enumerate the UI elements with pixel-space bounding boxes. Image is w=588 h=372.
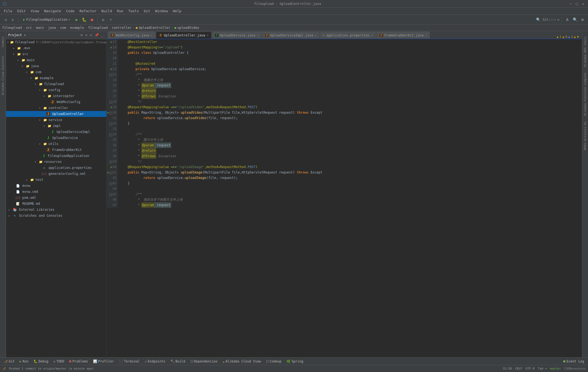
- tree-item-mvn[interactable]: ▸ 📁 .mvn: [6, 45, 106, 51]
- maximize-btn[interactable]: □: [576, 2, 578, 6]
- tab-close-btn[interactable]: ✕: [315, 34, 317, 37]
- tree-item-webmvcconfig[interactable]: J WebMvcConfig: [6, 99, 106, 105]
- menu-navigate[interactable]: Navigate: [42, 8, 63, 14]
- tab-close-btn[interactable]: ✕: [207, 34, 209, 37]
- charset[interactable]: UTF-8: [526, 367, 535, 370]
- tree-item-app-props[interactable]: ⚙ application.properties: [6, 165, 106, 171]
- toolbar-back[interactable]: ◁: [2, 16, 9, 23]
- toolbar-run-btn[interactable]: ▶: [74, 16, 80, 23]
- close-btn[interactable]: ✕: [582, 2, 584, 6]
- tree-item-mvnw-cmd[interactable]: 📄 mvnw.cmd: [6, 189, 106, 195]
- menu-run[interactable]: Run: [115, 8, 125, 14]
- btn-build[interactable]: 🔨 Build: [168, 359, 188, 364]
- tree-item-impl[interactable]: ▾ 📁 impl: [6, 123, 106, 129]
- menu-view[interactable]: View: [29, 8, 41, 14]
- bc-upload-video[interactable]: uploadVideo: [177, 26, 199, 30]
- fold-28[interactable]: −: [109, 100, 112, 104]
- toolbar-debug-btn[interactable]: 🐛: [81, 16, 88, 23]
- menu-help[interactable]: Help: [171, 8, 183, 14]
- tree-item-scratches[interactable]: ▸ ✎ Scratches and Consoles: [6, 213, 106, 219]
- fold-45[interactable]: −: [109, 192, 112, 196]
- tab-uploadservice[interactable]: J UploadService.java ✕: [212, 32, 262, 39]
- btn-problems[interactable]: Problems: [67, 359, 90, 364]
- nav-up-btn[interactable]: ▲: [574, 35, 576, 39]
- tree-item-config[interactable]: ▾ 📁 config: [6, 87, 106, 93]
- cursor-position[interactable]: 31:38: [503, 367, 512, 370]
- menu-refactor[interactable]: Refactor: [77, 8, 99, 14]
- tree-item-mvnw[interactable]: 📄 mvnw: [6, 183, 106, 189]
- tree-item-java[interactable]: ▾ 📁 java: [6, 63, 106, 69]
- tree-item-frame-grabber[interactable]: J FrameGrabberKit: [6, 147, 106, 153]
- btn-debug[interactable]: 🐛 Debug: [31, 359, 51, 364]
- toolbar-find[interactable]: 🔍: [572, 16, 578, 23]
- btn-spring[interactable]: 🌿 Spring: [284, 359, 305, 364]
- menu-git[interactable]: Git: [142, 8, 152, 14]
- menu-window[interactable]: Window: [153, 8, 170, 14]
- btn-git[interactable]: ⎇ Git: [2, 359, 17, 364]
- fold-32[interactable]: −: [109, 122, 112, 125]
- btn-run[interactable]: ▶ Run: [17, 359, 31, 364]
- menu-build[interactable]: Build: [99, 8, 114, 14]
- tree-item-pom[interactable]: ⟨/⟩ pom.xml: [6, 195, 106, 201]
- nav-down-btn[interactable]: ▼: [577, 35, 579, 39]
- tree-item-test[interactable]: ▸ 📁 test: [6, 177, 106, 183]
- btn-event-log[interactable]: Event Log: [561, 359, 586, 364]
- tree-item-interceptor[interactable]: ▾ 📁 interceptor: [6, 93, 106, 99]
- tree-item-controller[interactable]: ▾ 📁 controller: [6, 105, 106, 111]
- code-editor[interactable]: ⊕ 17 ⊕ 18 19 20 21: [107, 39, 582, 357]
- fold-30[interactable]: −: [109, 111, 112, 114]
- toolbar-stop-btn[interactable]: ■: [89, 16, 95, 23]
- toolbar-run-config[interactable]: ▶ FileuploadApplication ▾: [21, 16, 72, 23]
- git-branch[interactable]: master: [550, 367, 561, 370]
- tree-item-example[interactable]: ▾ 📁 example: [6, 75, 106, 81]
- toolbar-forward[interactable]: ▷: [10, 16, 16, 23]
- tab-app-props[interactable]: ⚙ application.properties ✕: [320, 32, 376, 39]
- bc-com[interactable]: com: [60, 26, 66, 30]
- tab-close-btn[interactable]: ✕: [371, 34, 373, 37]
- tree-item-upload-service[interactable]: J UploadService: [6, 135, 106, 141]
- toolbar-update[interactable]: ↻: [100, 16, 106, 23]
- bc-fileupload2[interactable]: fileupload: [88, 26, 108, 30]
- tab-framegrabberkit[interactable]: J FrameGrabberKit.java ✕: [376, 32, 430, 39]
- tree-item-fileupload-app[interactable]: J FileuploadApplication: [6, 153, 106, 159]
- minimize-btn[interactable]: ─: [570, 2, 572, 6]
- tab-close-btn[interactable]: ✕: [425, 34, 427, 37]
- sidebar-alibaba-cloud[interactable]: Alibaba Cloud Explorer: [1, 55, 5, 95]
- btn-terminal[interactable]: ⬛ Terminal: [117, 359, 142, 364]
- tree-item-resources[interactable]: ▾ 📁 resources: [6, 159, 106, 165]
- fold-39[interactable]: −: [109, 160, 112, 163]
- tree-item-src[interactable]: ▾ 📁 src: [6, 51, 106, 57]
- sidebar-alibaba-func[interactable]: Alibaba Function Compute: [583, 73, 587, 116]
- bc-controller[interactable]: controller: [112, 26, 131, 30]
- tab-close-btn[interactable]: ✕: [257, 34, 259, 37]
- sidebar-bpai[interactable]: BPAI-Activiti-Di: [583, 121, 587, 150]
- tree-item-generator-config[interactable]: ⟨/⟩ generatorConfig.xml: [6, 171, 106, 177]
- bc-fileupload[interactable]: fileupload: [2, 26, 22, 30]
- tree-item-readme[interactable]: 📝 README.md: [6, 201, 106, 207]
- fold-23[interactable]: −: [109, 73, 112, 76]
- line-ending[interactable]: CRLF: [515, 367, 522, 370]
- menu-file[interactable]: File: [2, 8, 14, 14]
- tree-settings-btn[interactable]: ⚙: [89, 33, 93, 37]
- tree-item-upload-controller[interactable]: J UploadController: [6, 111, 106, 117]
- tree-item-utils[interactable]: ▾ 📁 utils: [6, 141, 106, 147]
- btn-endpoints[interactable]: ↗ Endpoints: [142, 359, 167, 364]
- fold-34[interactable]: −: [109, 132, 112, 136]
- bc-upload-controller[interactable]: UploadController: [139, 26, 170, 30]
- tab-uploadserviceimpl[interactable]: J UploadServiceImpl.java ✕: [262, 32, 320, 39]
- tree-item-external-libs[interactable]: ▸ 📚 External Libraries: [6, 207, 106, 213]
- menu-edit[interactable]: Edit: [15, 8, 28, 14]
- fold-43[interactable]: −: [109, 181, 112, 185]
- tree-item-com[interactable]: ▾ 📁 com: [6, 69, 106, 75]
- tab-close-btn[interactable]: ✕: [151, 34, 152, 37]
- btn-alibaba-cloud-view[interactable]: ☁ Alibaba Cloud View: [220, 359, 263, 364]
- tree-minimize-btn[interactable]: _: [101, 33, 104, 37]
- tree-pin-btn[interactable]: 📌: [94, 33, 100, 37]
- toolbar-sync[interactable]: ⚡: [108, 16, 114, 23]
- tab-uploadcontroller[interactable]: J UploadController.java ✕: [156, 32, 212, 39]
- btn-profiler[interactable]: 📊 Profiler: [91, 359, 116, 364]
- indent-label[interactable]: Tab ▾: [538, 367, 547, 370]
- sidebar-commit[interactable]: Commit: [1, 36, 5, 47]
- bc-example[interactable]: example: [70, 26, 84, 30]
- toolbar-translate[interactable]: A: [564, 16, 571, 23]
